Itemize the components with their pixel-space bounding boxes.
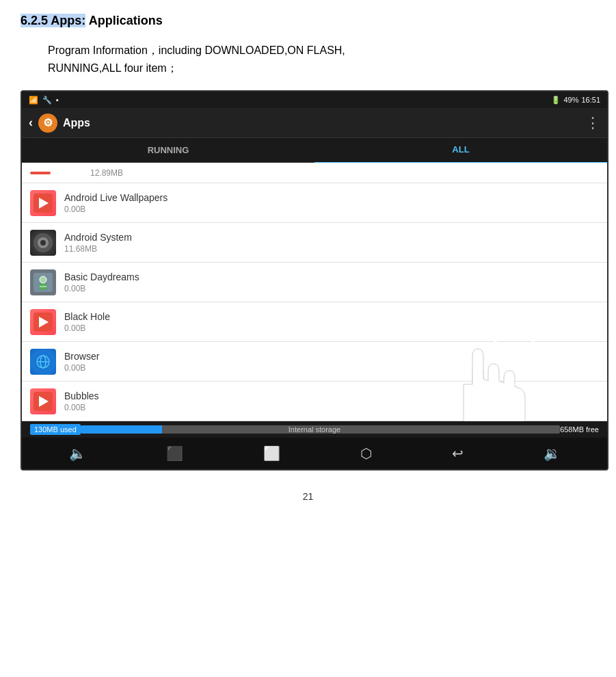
clock: 16:51	[581, 96, 600, 104]
wrench-icon: 🔧	[42, 96, 52, 105]
app-name-black-hole: Black Hole	[64, 311, 599, 322]
app-info-bubbles: Bubbles 0.00B	[64, 390, 599, 412]
action-bar-left: ‹ ⚙ Apps	[29, 114, 90, 133]
svg-point-6	[40, 276, 46, 283]
app-icon-browser	[30, 349, 56, 375]
tab-running[interactable]: RUNNING	[22, 138, 314, 163]
list-item-black-hole[interactable]: Black Hole 0.00B	[22, 302, 607, 342]
app-info-browser: Browser 0.00B	[64, 351, 599, 373]
status-bar-left: 📶 🔧 ▪	[29, 96, 59, 105]
list-item-android-live-wallpapers[interactable]: Android Live Wallpapers 0.00B	[22, 183, 607, 223]
app-name-live-wallpapers: Android Live Wallpapers	[64, 192, 599, 203]
nav-volume-down-icon[interactable]: 🔈	[69, 445, 86, 462]
app-size-basic-daydreams: 0.00B	[64, 284, 599, 293]
app-name-android-system: Android System	[64, 232, 599, 243]
storage-center-label: Internal storage	[289, 425, 340, 434]
app-info-basic-daydreams: Basic Daydreams 0.00B	[64, 271, 599, 293]
list-item-browser[interactable]: Browser 0.00B	[22, 342, 607, 382]
app-info-live-wallpapers: Android Live Wallpapers 0.00B	[64, 192, 599, 214]
app-size-android-system: 11.68MB	[64, 244, 599, 254]
app-name-bubbles: Bubbles	[64, 390, 599, 401]
app-name-basic-daydreams: Basic Daydreams	[64, 271, 599, 282]
nav-home-icon[interactable]: ⬡	[360, 445, 372, 462]
overflow-menu-button[interactable]: ⋮	[585, 114, 600, 132]
storage-progress-bar	[81, 425, 162, 434]
status-bar: 📶 🔧 ▪ 🔋 49% 16:51	[22, 92, 607, 108]
description-line1: Program Information，including DOWNLOADED…	[48, 44, 345, 56]
app-size-bubbles: 0.00B	[64, 403, 599, 412]
storage-wrapper: 130MB used 658MB free Internal storage	[22, 421, 607, 438]
app-size-browser: 0.00B	[64, 363, 599, 373]
nav-recent-apps-icon[interactable]: ⬜	[263, 445, 280, 462]
partial-size: 12.89MB	[90, 168, 123, 178]
action-bar-title: Apps	[63, 117, 90, 129]
back-button[interactable]: ‹	[29, 116, 33, 130]
battery-percent: 49%	[563, 96, 578, 104]
storage-free-label: 658MB free	[560, 425, 599, 434]
app-icon-black-hole	[30, 309, 56, 335]
description: Program Information，including DOWNLOADED…	[48, 42, 595, 77]
svg-point-4	[40, 240, 46, 245]
storage-used-label: 130MB used	[30, 424, 81, 435]
action-bar: ‹ ⚙ Apps ⋮	[22, 108, 607, 138]
title-rest: Applications	[89, 14, 163, 27]
signal-icon: 📶	[29, 96, 38, 105]
partial-indicator	[30, 172, 51, 174]
description-line2: RUNNING,ALL four item；	[48, 62, 178, 74]
android-screenshot: 📶 🔧 ▪ 🔋 49% 16:51 ‹ ⚙ Apps ⋮ RUNNING ALL	[21, 90, 608, 470]
app-list: 12.89MB Android Live Wallpapers 0.00B	[22, 163, 607, 421]
notification-icon: ▪	[56, 96, 59, 104]
page-content: 6.2.5 Apps: Applications Program Informa…	[0, 0, 616, 516]
status-bar-right: 🔋 49% 16:51	[551, 96, 600, 105]
title-highlight: 6.2.5 Apps:	[21, 14, 85, 27]
app-size-black-hole: 0.00B	[64, 323, 599, 333]
app-icon-android-system	[30, 230, 56, 256]
list-item-partial[interactable]: 12.89MB	[22, 163, 607, 183]
nav-volume-up-icon[interactable]: 🔉	[544, 445, 561, 462]
battery-icon: 🔋	[551, 96, 561, 105]
page-number: 21	[21, 491, 595, 502]
app-list-with-overlay: Black Hole 0.00B B	[22, 302, 607, 421]
nav-square-icon[interactable]: ⬛	[166, 445, 183, 462]
app-info-black-hole: Black Hole 0.00B	[64, 311, 599, 333]
list-item-basic-daydreams[interactable]: Basic Daydreams 0.00B	[22, 263, 607, 302]
tab-all[interactable]: ALL	[314, 137, 607, 163]
nav-back-icon[interactable]: ↩	[452, 445, 464, 462]
app-icon-basic-daydreams	[30, 269, 56, 295]
tab-bar: RUNNING ALL	[22, 138, 607, 163]
app-info-android-system: Android System 11.68MB	[64, 232, 599, 254]
app-size-live-wallpapers: 0.00B	[64, 204, 599, 214]
gear-icon: ⚙	[38, 114, 57, 133]
list-item-android-system[interactable]: Android System 11.68MB	[22, 223, 607, 263]
nav-bar: 🔈 ⬛ ⬜ ⬡ ↩ 🔉	[22, 438, 607, 469]
app-icon-live-wallpapers	[30, 190, 56, 216]
list-item-bubbles[interactable]: Bubbles 0.00B	[22, 382, 607, 421]
app-icon-bubbles	[30, 388, 56, 414]
section-title: 6.2.5 Apps: Applications	[21, 14, 595, 28]
app-name-browser: Browser	[64, 351, 599, 362]
